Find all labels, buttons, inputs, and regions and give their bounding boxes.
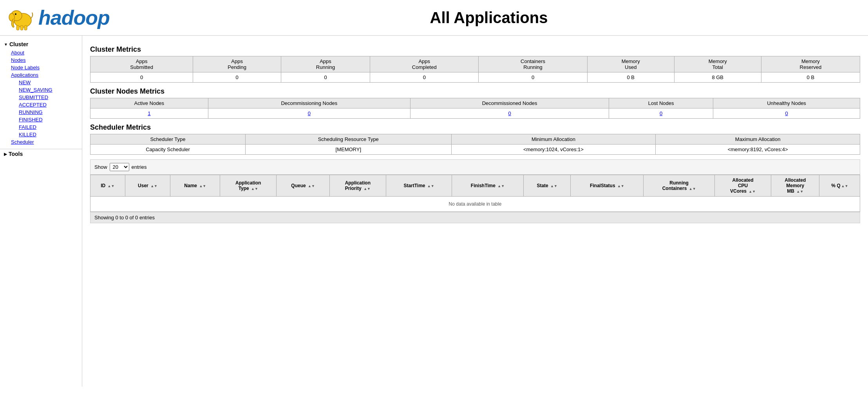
col-running-containers[interactable]: RunningContainers ▲▼ bbox=[644, 175, 715, 197]
col-containers-running: ContainersRunning bbox=[479, 56, 587, 72]
allocated-cpu-sort-icon: ▲▼ bbox=[749, 190, 756, 193]
queue-sort-icon: ▲▼ bbox=[308, 184, 315, 188]
page-title: All Applications bbox=[118, 9, 860, 27]
svg-point-3 bbox=[15, 13, 16, 15]
col-queue[interactable]: Queue ▲▼ bbox=[277, 175, 329, 197]
col-start-time[interactable]: StartTime ▲▼ bbox=[386, 175, 452, 197]
sidebar-item-killed[interactable]: KILLED bbox=[16, 131, 82, 138]
col-memory-reserved: MemoryReserved bbox=[761, 56, 860, 72]
val-unhealthy-nodes[interactable]: 0 bbox=[713, 108, 860, 119]
col-apps-submitted: AppsSubmitted bbox=[90, 56, 193, 72]
val-scheduler-type: Capacity Scheduler bbox=[90, 145, 246, 155]
col-finish-time[interactable]: FinishTime ▲▼ bbox=[452, 175, 524, 197]
logo-area: hadoop bbox=[8, 4, 118, 31]
col-application-priority[interactable]: ApplicationPriority ▲▼ bbox=[329, 175, 386, 197]
hadoop-elephant-logo bbox=[8, 4, 35, 31]
val-apps-running: 0 bbox=[281, 72, 370, 83]
val-scheduling-resource-type: [MEMORY] bbox=[246, 145, 451, 155]
col-user[interactable]: User ▲▼ bbox=[125, 175, 170, 197]
col-allocated-cpu-vcores[interactable]: AllocatedCPUVCores ▲▼ bbox=[715, 175, 771, 197]
entries-label: entries bbox=[132, 164, 147, 170]
col-state[interactable]: State ▲▼ bbox=[523, 175, 571, 197]
col-decommissioned-nodes: Decommissioned Nodes bbox=[410, 98, 609, 108]
sidebar-item-node-labels[interactable]: Node Labels bbox=[8, 64, 82, 71]
cluster-links: About Nodes Node Labels Applications NEW… bbox=[0, 49, 82, 146]
scheduler-metrics-header-row: Scheduler Type Scheduling Resource Type … bbox=[90, 134, 860, 145]
tools-triangle-icon: ▶ bbox=[4, 152, 7, 156]
val-lost-nodes[interactable]: 0 bbox=[609, 108, 713, 119]
cluster-metrics-header-row: AppsSubmitted AppsPending AppsRunning Ap… bbox=[90, 56, 860, 72]
val-minimum-allocation: <memory:1024, vCores:1> bbox=[451, 145, 656, 155]
col-application-type[interactable]: ApplicationType ▲▼ bbox=[220, 175, 277, 197]
cluster-metrics-table: AppsSubmitted AppsPending AppsRunning Ap… bbox=[90, 56, 860, 83]
sidebar-item-nodes[interactable]: Nodes bbox=[8, 56, 82, 64]
cluster-section-header[interactable]: ▼ Cluster bbox=[0, 40, 82, 49]
sidebar-item-finished[interactable]: FINISHED bbox=[16, 116, 82, 123]
name-sort-icon: ▲▼ bbox=[199, 184, 206, 188]
user-sort-icon: ▲▼ bbox=[150, 184, 157, 188]
cluster-nodes-header-row: Active Nodes Decommissioning Nodes Decom… bbox=[90, 98, 860, 108]
col-minimum-allocation: Minimum Allocation bbox=[451, 134, 656, 145]
sidebar: ▼ Cluster About Nodes Node Labels Applic… bbox=[0, 36, 82, 387]
state-sort-icon: ▲▼ bbox=[550, 184, 557, 188]
finish-time-sort-icon: ▲▼ bbox=[497, 184, 505, 188]
val-memory-reserved: 0 B bbox=[761, 72, 860, 83]
col-allocated-memory-mb[interactable]: AllocatedMemoryMB ▲▼ bbox=[771, 175, 819, 197]
cluster-section-label: Cluster bbox=[9, 41, 28, 47]
col-apps-running: AppsRunning bbox=[281, 56, 370, 72]
val-apps-completed: 0 bbox=[370, 72, 479, 83]
sidebar-item-new[interactable]: NEW bbox=[16, 79, 82, 86]
sidebar-item-failed[interactable]: FAILED bbox=[16, 123, 82, 131]
scheduler-metrics-table: Scheduler Type Scheduling Resource Type … bbox=[90, 134, 860, 155]
val-decommissioned-nodes[interactable]: 0 bbox=[410, 108, 609, 119]
col-percent-queue[interactable]: % Q▲▼ bbox=[819, 175, 860, 197]
col-memory-used: MemoryUsed bbox=[587, 56, 674, 72]
allocated-memory-sort-icon: ▲▼ bbox=[796, 190, 803, 193]
col-name[interactable]: Name ▲▼ bbox=[170, 175, 220, 197]
col-id[interactable]: ID ▲▼ bbox=[90, 175, 125, 197]
hadoop-logo-text: hadoop bbox=[38, 6, 110, 29]
tools-section[interactable]: ▶ Tools bbox=[0, 149, 82, 159]
cluster-section: ▼ Cluster About Nodes Node Labels Applic… bbox=[0, 40, 82, 146]
cluster-nodes-metrics-title: Cluster Nodes Metrics bbox=[90, 87, 860, 96]
content-area: Cluster Metrics AppsSubmitted AppsPendin… bbox=[82, 36, 868, 387]
page-title-area: All Applications bbox=[118, 9, 860, 27]
app-type-sort-icon: ▲▼ bbox=[251, 187, 258, 191]
val-apps-pending: 0 bbox=[193, 72, 281, 83]
val-active-nodes[interactable]: 1 bbox=[90, 108, 208, 119]
col-active-nodes: Active Nodes bbox=[90, 98, 208, 108]
sidebar-item-about[interactable]: About bbox=[8, 49, 82, 56]
sidebar-item-scheduler[interactable]: Scheduler bbox=[8, 138, 82, 146]
svg-rect-5 bbox=[20, 25, 23, 30]
start-time-sort-icon: ▲▼ bbox=[427, 184, 434, 188]
entries-select[interactable]: 10 20 25 50 100 bbox=[110, 163, 129, 171]
sidebar-item-applications[interactable]: Applications bbox=[8, 71, 82, 79]
sidebar-item-new-saving[interactable]: NEW_SAVING bbox=[16, 86, 82, 94]
no-data-message: No data available in table bbox=[90, 197, 860, 212]
final-status-sort-icon: ▲▼ bbox=[617, 184, 624, 188]
cluster-triangle-icon: ▼ bbox=[4, 42, 8, 47]
val-maximum-allocation: <memory:8192, vCores:4> bbox=[656, 145, 860, 155]
sidebar-item-submitted[interactable]: SUBMITTED bbox=[16, 94, 82, 101]
header: hadoop All Applications bbox=[0, 0, 868, 36]
col-apps-completed: AppsCompleted bbox=[370, 56, 479, 72]
sidebar-item-running[interactable]: RUNNING bbox=[16, 108, 82, 116]
percent-queue-sort-icon: ▲▼ bbox=[841, 184, 848, 188]
sidebar-item-accepted[interactable]: ACCEPTED bbox=[16, 101, 82, 108]
svg-rect-6 bbox=[24, 25, 27, 30]
apps-table-header-row: ID ▲▼ User ▲▼ Name ▲▼ ApplicationType ▲▼… bbox=[90, 175, 860, 197]
col-final-status[interactable]: FinalStatus ▲▼ bbox=[571, 175, 644, 197]
footer-text: Showing 0 to 0 of 0 entries bbox=[94, 215, 155, 220]
scheduler-metrics-title: Scheduler Metrics bbox=[90, 123, 860, 132]
running-containers-sort-icon: ▲▼ bbox=[689, 187, 696, 191]
main-layout: ▼ Cluster About Nodes Node Labels Applic… bbox=[0, 36, 868, 387]
cluster-metrics-data-row: 0 0 0 0 0 0 B 8 GB 0 B bbox=[90, 72, 860, 83]
id-sort-icon: ▲▼ bbox=[108, 184, 115, 188]
val-decommissioning-nodes[interactable]: 0 bbox=[208, 108, 410, 119]
col-apps-pending: AppsPending bbox=[193, 56, 281, 72]
cluster-nodes-data-row: 1 0 0 0 0 bbox=[90, 108, 860, 119]
col-decommissioning-nodes: Decommissioning Nodes bbox=[208, 98, 410, 108]
col-scheduling-resource-type: Scheduling Resource Type bbox=[246, 134, 451, 145]
val-apps-submitted: 0 bbox=[90, 72, 193, 83]
show-entries-bar: Show 10 20 25 50 100 entries bbox=[90, 159, 860, 175]
